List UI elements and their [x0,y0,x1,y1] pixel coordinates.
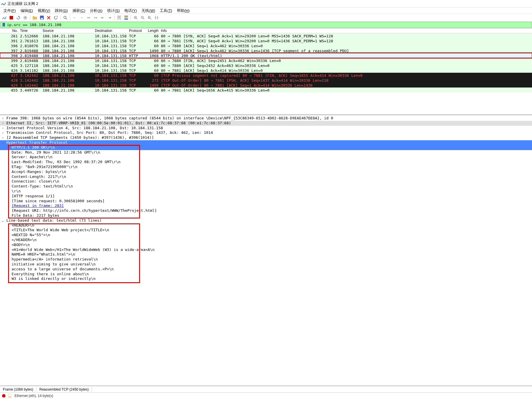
bookmark-icon[interactable] [2,23,6,27]
toolbar-save[interactable] [39,14,45,21]
packet-row[interactable]: 4273.142442188.184.21.10810.184.131.158T… [0,73,532,78]
toolbar-options[interactable] [22,14,28,21]
detail-http-line[interactable]: [Time since request: 0.306581000 seconds… [0,199,532,204]
packet-list-pane[interactable]: No. Time Source Destination Protocol Len… [0,28,532,115]
detail-http-line[interactable]: Accept-Ranges: bytes\r\n [0,170,532,174]
packet-details-pane[interactable]: ›Frame 398: 1068 bytes on wire (8544 bit… [0,115,532,386]
detail-http-line[interactable]: [HTTP response 1/1] [0,194,532,199]
detail-ethernet[interactable]: ›Ethernet II, Src: IETF-VRRP-VRID_01 (00… [0,121,532,126]
expand-icon[interactable]: › [2,116,4,121]
expand-icon[interactable]: › [6,145,9,150]
packet-row[interactable]: 3962.818076188.184.21.10810.184.131.158T… [0,43,532,48]
display-filter-input[interactable] [7,23,531,27]
col-info[interactable]: Info [160,28,532,33]
packet-row[interactable]: 3992.819488188.184.21.10810.184.131.158T… [0,58,532,63]
menu-item[interactable]: 无线(W) [139,8,157,14]
tab-reassembled-bytes[interactable]: Reassembled TCP (2450 bytes) [37,387,92,392]
packet-row[interactable]: 3982.819488188.184.21.10810.184.131.158H… [0,53,532,58]
toolbar-jump-prev[interactable]: ↤ [86,14,92,21]
toolbar-jump-next[interactable]: ↦ [92,14,99,21]
menu-item[interactable]: 分析(A) [88,8,105,14]
toolbar-open[interactable] [32,14,38,21]
toolbar-colorize[interactable] [123,14,129,21]
capture-file-icon[interactable] [8,394,12,398]
detail-body-line[interactable]: initiative aiming to give universal\n [0,262,532,267]
menu-item[interactable]: 文件(F) [1,8,18,14]
packet-row[interactable]: 4293.142442188.184.21.10810.184.131.158T… [0,83,532,88]
detail-body-line[interactable]: W3 is linked directly or indirectly\n [0,276,532,281]
toolbar-start-capture[interactable] [1,14,8,21]
tab-frame-bytes[interactable]: Frame (1068 bytes) [0,387,37,392]
expert-info-icon[interactable] [2,394,6,398]
menu-item[interactable]: 捕获(C) [70,8,88,14]
detail-http-line[interactable]: [Request in frame: 283] [0,203,532,208]
toolbar-stop-capture[interactable] [8,14,14,21]
toolbar-restart-capture[interactable] [15,14,21,21]
col-length[interactable]: Length [144,28,160,33]
toolbar-next-packet[interactable]: → [79,14,85,21]
detail-body-line[interactable]: NAME=0 HREF="WhatIs.html">\n [0,252,532,257]
toolbar-zoom-out[interactable]: - [139,14,146,21]
detail-body-line[interactable]: <HEADER>\n [0,223,532,228]
expand-icon[interactable]: › [2,121,4,126]
detail-ip[interactable]: ›Internet Protocol Version 4, Src: 188.1… [0,126,532,131]
detail-http-line[interactable]: ETag: "8a9-291e721905000"\r\n [0,165,532,170]
detail-frame[interactable]: ›Frame 398: 1068 bytes on wire (8544 bit… [0,116,532,121]
packet-row[interactable]: 2812.512666188.184.21.10810.184.131.158T… [0,33,532,38]
detail-body-line[interactable]: </HEADER>\n [0,238,532,243]
packet-row[interactable]: 4553.449726188.184.21.10810.184.131.158T… [0,88,532,92]
toolbar-first[interactable]: ⇤ [99,14,106,21]
detail-http-line[interactable]: [Request URI: http://info.cern.ch/hypert… [0,208,532,213]
detail-body-line[interactable]: <TITLE>The World Wide Web project</TITLE… [0,228,532,233]
filter-input-wrapper[interactable] [0,22,532,28]
detail-body-line[interactable]: <BODY>\n [0,243,532,247]
menu-item[interactable]: 视图(V) [35,8,52,14]
packet-row[interactable]: 3912.761613188.184.21.10810.184.131.158T… [0,38,532,43]
detail-http-line[interactable]: Content-Type: text/html\r\n [0,184,532,189]
packet-row[interactable]: 4263.141182188.184.21.10810.184.131.158T… [0,68,532,73]
col-destination[interactable]: Destination [94,28,128,33]
toolbar-close[interactable] [46,14,52,21]
detail-tcp[interactable]: ›Transmission Control Protocol, Src Port… [0,130,532,135]
toolbar-reload[interactable] [52,14,59,21]
expand-icon[interactable]: › [2,130,4,135]
toolbar-resize-cols[interactable] [153,14,160,21]
packet-row[interactable]: 3972.819488188.184.21.10810.184.131.158T… [0,48,532,53]
detail-http-line[interactable]: Content-Length: 2217\r\n [0,174,532,179]
toolbar-autoscroll[interactable] [116,14,122,21]
col-no[interactable]: No. [0,28,19,33]
detail-http-line[interactable]: File Data: 2217 bytes [0,213,532,218]
menu-item[interactable]: 编辑(E) [18,8,35,14]
menu-item[interactable]: 工具(T) [157,8,175,14]
menu-item[interactable]: 统计(S) [105,8,122,14]
menu-item[interactable]: 帮助(H) [175,8,192,14]
menu-item[interactable]: 电话(Y) [122,8,139,14]
toolbar-zoom-in[interactable]: + [132,14,139,21]
collapse-icon[interactable]: ⌄ [2,218,4,223]
detail-body-line[interactable]: Everything there is online about\n [0,272,532,277]
expand-icon[interactable]: › [2,126,4,131]
toolbar-last[interactable]: ⇥ [106,14,113,21]
detail-http-line[interactable]: Date: Mon, 29 Nov 2021 12:28:56 GMT\r\n [0,150,532,155]
detail-body-line[interactable]: <NEXTID N="55">\n [0,233,532,238]
toolbar-find[interactable] [62,14,68,21]
packet-list-header[interactable]: No. Time Source Destination Protocol Len… [0,28,532,33]
col-source[interactable]: Source [41,28,94,33]
detail-http-line[interactable]: ›HTTP/1.1 200 OK\r\n [0,145,532,150]
detail-reassembled[interactable]: ›[2 Reassembled TCP Segments (2450 bytes… [0,135,532,140]
col-protocol[interactable]: Protocol [128,28,144,33]
detail-http-line[interactable]: Connection: close\r\n [0,179,532,184]
packet-row[interactable]: 4283.142442188.184.21.10810.184.131.158T… [0,78,532,83]
packet-row[interactable]: 4253.127118188.184.21.10810.184.131.158T… [0,63,532,68]
detail-http-header[interactable]: ⌄Hypertext Transfer Protocol [0,140,532,145]
detail-body-line[interactable]: access to a large universe of documents.… [0,267,532,272]
detail-http-line[interactable]: \r\n [0,189,532,194]
menu-item[interactable]: 跳转(G) [52,8,70,14]
detail-body-line[interactable]: <H1>World Wide Web</H1>The WorldWideWeb … [0,247,532,252]
collapse-icon[interactable]: ⌄ [2,140,4,145]
expand-icon[interactable]: › [2,135,4,140]
detail-body-line[interactable]: hypermedia</A> information retrieval\n [0,257,532,262]
toolbar-prev-packet[interactable]: ← [72,14,78,21]
detail-line-data-header[interactable]: ⌄Line-based text data: text/html (73 lin… [0,218,532,223]
col-time[interactable]: Time [19,28,41,33]
